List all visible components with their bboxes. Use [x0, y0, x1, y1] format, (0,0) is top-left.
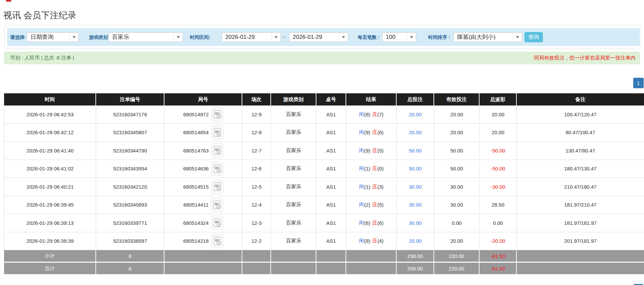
- video-replay-button[interactable]: [211, 125, 223, 140]
- player-result-label: 闲: [359, 220, 364, 226]
- time-sort-select[interactable]: 降冪(由大到小): [453, 32, 522, 42]
- video-replay-button[interactable]: [211, 216, 223, 230]
- total-row-cell-7: 250.00: [397, 263, 434, 274]
- game-type-cell: 百家乐: [271, 214, 316, 232]
- payout-cell: -50.00: [480, 142, 517, 160]
- subtotal-row-cell-2: [164, 250, 242, 262]
- page-size-label: 每页笔数 :: [358, 32, 380, 42]
- video-file-icon: [214, 110, 221, 119]
- session-cell: 12-6: [242, 160, 271, 178]
- total-row-cell-10: [517, 263, 644, 274]
- chevron-down-icon: [513, 33, 522, 42]
- table-body: 2026-01-29 06:42:53523160347176680514972…: [4, 105, 644, 250]
- summary-bar: 币别 : 人民币 | 总共 :8 注单 | 同局有效投注，统一计算在该局第一张注…: [4, 52, 640, 64]
- player-result-points: (1): [364, 166, 370, 171]
- video-replay-button[interactable]: [211, 198, 223, 212]
- total-row-cell-6: [346, 263, 397, 274]
- player-result-label: 闲: [359, 165, 364, 172]
- bet-records-table: 时间注单编号局号场次游戏类别桌号结果总投注有效投注总派彩备注 2026-01-2…: [4, 93, 644, 274]
- total-bet-link[interactable]: 20.00: [409, 238, 422, 244]
- video-replay-button[interactable]: [211, 180, 223, 194]
- result-cell: 闲(9)庄(4): [346, 232, 397, 251]
- total-row-cell-2: [164, 263, 242, 274]
- round-cell: 680514854: [164, 124, 242, 142]
- total-bet-link[interactable]: 20.00: [409, 112, 422, 117]
- video-replay-button[interactable]: [211, 107, 223, 121]
- table-footer: 小计8250.00220.00-81.50总计8250.00220.00-81.…: [4, 250, 644, 274]
- total-bet-link[interactable]: 30.00: [409, 184, 422, 190]
- total-bet-link[interactable]: 30.00: [409, 220, 422, 226]
- pagination-page-1-button[interactable]: 1: [633, 78, 644, 88]
- summary-notice-text: 同局有效投注，统一计算在该局第一张注单内: [534, 52, 636, 64]
- page-size-select[interactable]: 100: [382, 32, 416, 42]
- date-to-select[interactable]: 2026-01-29: [289, 32, 348, 42]
- search-button[interactable]: 查询: [525, 32, 543, 42]
- remark-cell: 80.47/100.47: [517, 124, 644, 142]
- video-file-icon: [214, 237, 221, 245]
- query-type-select[interactable]: 日期查询: [27, 32, 79, 42]
- bet-id-cell: 523160338597: [96, 232, 164, 251]
- total-bet-cell: 30.00: [397, 178, 434, 196]
- chevron-down-icon: [69, 33, 79, 42]
- round-id-text: 680514636: [183, 166, 208, 171]
- valid-bet-cell: 20.00: [434, 105, 480, 124]
- player-result-label: 闲: [359, 238, 364, 244]
- banker-result-label: 庄: [372, 184, 377, 190]
- round-cell: 680514972: [164, 105, 242, 124]
- player-result-label: 闲: [359, 184, 364, 190]
- player-result-label: 闲: [359, 201, 364, 208]
- session-cell: 12-3: [242, 214, 271, 232]
- banker-result-label: 庄: [372, 220, 377, 226]
- round-id-text: 680514515: [183, 184, 208, 190]
- time-sort-label: 时间排序 :: [428, 32, 450, 42]
- total-bet-cell: 50.00: [397, 142, 434, 160]
- video-file-icon: [214, 164, 221, 173]
- total-bet-link[interactable]: 50.00: [409, 166, 422, 171]
- time-cell: 2026-01-29 06:40:21: [4, 178, 96, 196]
- player-result-label: 闲: [359, 129, 364, 136]
- video-file-icon: [214, 218, 221, 227]
- table-no-cell: AS1: [316, 105, 346, 124]
- subtotal-row-cell-0: 小计: [4, 250, 96, 262]
- total-row-cell-3: [242, 263, 271, 274]
- subtotal-row-cell-8: 220.00: [434, 250, 480, 262]
- bet-id-cell: 523160342120: [96, 178, 164, 196]
- header-cell-1: 注单编号: [96, 93, 164, 105]
- player-result-label: 闲: [359, 111, 364, 118]
- round-cell: 680514411: [164, 196, 242, 214]
- total-bet-link[interactable]: 20.00: [409, 129, 422, 135]
- banker-result-label: 庄: [372, 201, 377, 208]
- game-type-cell: 百家乐: [271, 124, 316, 142]
- video-file-icon: [214, 182, 221, 191]
- game-type-label: 游戏类别: [89, 32, 108, 42]
- banker-result-label: 庄: [372, 111, 377, 118]
- result-cell: 闲(1)庄(3): [346, 178, 397, 196]
- valid-bet-cell: 20.00: [434, 124, 480, 142]
- chevron-down-icon: [174, 33, 183, 42]
- game-type-select[interactable]: 百家乐: [108, 32, 183, 42]
- game-type-cell: 百家乐: [271, 196, 316, 214]
- header-cell-0: 时间: [4, 93, 96, 105]
- round-cell: 680514763: [164, 142, 242, 160]
- subtotal-row-cell-4: [271, 250, 316, 262]
- total-bet-link[interactable]: 30.00: [409, 202, 422, 208]
- subtotal-row-cell-6: [346, 250, 397, 262]
- result-cell: 闲(1)庄(0): [346, 160, 397, 178]
- player-result-points: (2): [364, 202, 370, 208]
- session-cell: 12-2: [242, 232, 271, 251]
- table-row: 2026-01-29 06:39:13523160339771680514324…: [4, 214, 644, 232]
- time-cell: 2026-01-29 06:41:02: [4, 160, 96, 178]
- banker-result-points: (4): [377, 238, 383, 244]
- date-from-select[interactable]: 2026-01-29: [222, 32, 281, 42]
- video-replay-button[interactable]: [211, 234, 223, 248]
- bet-id-cell: 523160343554: [96, 160, 164, 178]
- table-row: 2026-01-29 06:42:53523160347176680514972…: [4, 105, 644, 124]
- total-bet-cell: 30.00: [397, 214, 434, 232]
- video-replay-button[interactable]: [211, 143, 223, 158]
- video-replay-button[interactable]: [211, 162, 223, 176]
- header-cell-8: 有效投注: [434, 93, 480, 105]
- time-range-label: 时间区间:: [190, 32, 210, 42]
- total-bet-link[interactable]: 50.00: [409, 148, 422, 153]
- header-cell-7: 总投注: [397, 93, 434, 105]
- subtotal-row: 小计8250.00220.00-81.50: [4, 250, 644, 262]
